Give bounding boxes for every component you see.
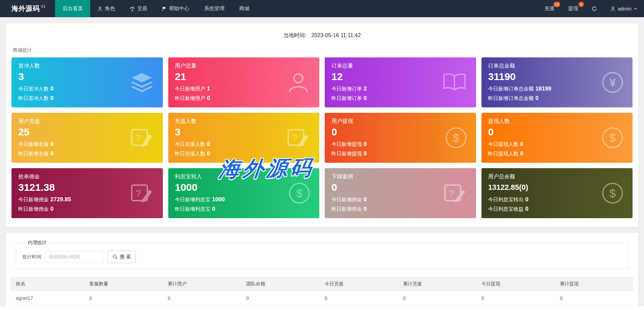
nav-item-help-center[interactable]: 帮助中心 [155, 0, 197, 17]
card-line: 昨日新增用户0 [175, 95, 313, 102]
card-title: 用户总量 [175, 62, 313, 70]
top-navbar: 海外源码V1 后台首页 角色 交易 帮助中心 系统管理 商城 [0, 0, 644, 17]
flag-icon [162, 6, 167, 11]
section-title-mall-stats: 商城统计 [13, 47, 638, 53]
nav-label: 商城 [239, 5, 249, 12]
user-icon [286, 71, 311, 94]
stat-time-label: 统计时间 [22, 254, 41, 260]
dollar-circle-icon: $ [601, 182, 624, 204]
withdraw-label: 提现 [568, 5, 578, 12]
refresh-icon [592, 6, 597, 11]
stat-card-withdraw-users: 提现人数 0 今日提现人数0 昨日提现人数0 $ [481, 113, 633, 163]
cell-name: agnet17 [11, 291, 84, 306]
dollar-circle-icon: $ [445, 127, 467, 149]
card-title: 订单总量 [331, 62, 469, 70]
stat-card-user-withdraw: 用户提现 0 今日新增提现0 昨日新增提现0 $ [325, 113, 476, 163]
stat-card-user-total-balance: 用户总余额 13122.85(0) 今日利息宝转出0 今日利息宝收益0 $ [481, 168, 633, 218]
recharge-button[interactable]: 充值 13 [538, 0, 561, 17]
svg-text:$: $ [610, 131, 616, 144]
card-title: 抢单佣金 [18, 173, 156, 180]
nav-item-trade[interactable]: 交易 [122, 0, 155, 17]
card-line: 昨日充值人数0 [175, 150, 313, 157]
cell-total-recharge: 0 [398, 291, 476, 306]
chevron-up-icon [634, 7, 637, 10]
cell-today-recharge: 0 [320, 291, 398, 306]
svg-text:?: ? [135, 133, 141, 143]
card-title: 利息宝转入 [175, 173, 313, 180]
withdraw-button[interactable]: 提现 0 [561, 0, 585, 17]
stat-card-grab-order-commission: 抢单佣金 3121.38 今日新增佣金2729.85 昨日新增佣金0 ? [11, 168, 163, 218]
svg-text:$: $ [296, 187, 303, 200]
nav-item-dashboard[interactable]: 后台首页 [55, 0, 90, 17]
col-name: 姓名 [11, 277, 84, 291]
svg-text:?: ? [135, 188, 141, 199]
svg-text:$: $ [453, 131, 459, 144]
local-time-label: 当地时间: [283, 32, 306, 38]
brand-logo[interactable]: 海外源码V1 [0, 0, 55, 17]
card-title: 充值人数 [175, 118, 313, 125]
stat-time-input[interactable] [45, 251, 103, 263]
dollar-circle-icon: $ [601, 127, 624, 149]
withdraw-badge: 0 [578, 2, 584, 7]
agent-table: 姓名 客服数量 累计用户 团队余额 今日充值 累计充值 今日提现 累计提现 ag… [11, 277, 633, 306]
card-line: 昨日新增佣金0 [18, 206, 156, 212]
username-text: admin [618, 6, 631, 11]
yen-circle-icon: ¥ [601, 71, 624, 94]
card-line: 今日利息宝收益0 [488, 206, 626, 212]
card-line: 昨日新增利息宝0 [175, 206, 313, 212]
card-line: 昨日新增佣金0 [331, 206, 469, 212]
svg-text:¥: ¥ [610, 76, 616, 89]
card-title: 首冲人数 [18, 62, 156, 70]
search-button[interactable]: 搜 索 [107, 251, 136, 263]
nav-label: 系统管理 [204, 5, 224, 12]
refresh-button[interactable] [585, 0, 604, 17]
card-line: 昨日新增订单总金额0 [488, 95, 626, 102]
navbar-right: 充值 13 提现 0 admin [538, 0, 644, 17]
card-line: 昨日新增充值0 [18, 150, 156, 157]
col-today-withdraw: 今日提现 [476, 277, 555, 291]
layers-icon [130, 72, 154, 93]
svg-text:?: ? [449, 188, 454, 199]
book-icon [442, 72, 467, 93]
scales-icon [130, 6, 135, 11]
table-header-row: 姓名 客服数量 累计用户 团队余额 今日充值 累计充值 今日提现 累计提现 [11, 277, 633, 291]
stat-card-interest-treasure-in: 利息宝转入 1000 今日新增利息宝1000 昨日新增利息宝0 $ [168, 168, 320, 218]
agent-stats-legend: 代理统计 [25, 240, 49, 246]
stat-card-first-charge-users: 首冲人数 3 今日首冲人数0 昨日首冲人数0 [11, 57, 163, 107]
col-total-withdraw: 累计提现 [555, 277, 633, 291]
edit-icon: ? [443, 181, 467, 205]
footer [0, 306, 644, 310]
search-icon [113, 254, 118, 259]
nav-item-system-settings[interactable]: 系统管理 [197, 0, 232, 17]
agent-stats-fieldset: 代理统计 统计时间 搜 索 [16, 240, 628, 269]
nav-item-mall[interactable]: 商城 [232, 0, 257, 17]
search-button-label: 搜 索 [120, 254, 131, 260]
person-icon [611, 6, 615, 11]
mall-stats-panel: 当地时间: 2023-05-16 11:11:42 商城统计 海外源码 首冲人数… [6, 23, 638, 227]
dollar-circle-icon: $ [288, 182, 311, 204]
card-title: 提现人数 [488, 118, 626, 125]
stat-card-total-users: 用户总量 21 今日新增用户1 昨日新增用户0 [168, 57, 320, 107]
card-title: 用户充值 [18, 118, 156, 125]
user-menu[interactable]: admin [604, 0, 644, 17]
nav-label: 后台首页 [63, 5, 83, 12]
cell-service-count: 0 [84, 291, 163, 306]
recharge-label: 充值 [544, 5, 554, 12]
card-line: 昨日新增订单0 [331, 95, 469, 102]
card-line: 昨日首冲人数0 [18, 95, 156, 102]
nav-item-roles[interactable]: 角色 [90, 0, 122, 17]
stat-card-recharge-users: 充值人数 3 今日充值人数0 昨日充值人数0 ? [168, 113, 320, 163]
edit-icon: ? [130, 126, 154, 150]
stat-card-total-orders: 订单总量 12 今日新增订单2 昨日新增订单0 [325, 57, 476, 107]
brand-version: V1 [41, 5, 46, 8]
local-time-value: 2023-05-16 11:11:42 [311, 32, 361, 38]
recharge-badge: 13 [553, 2, 560, 7]
card-title: 用户总余额 [488, 173, 626, 180]
brand-text: 海外源码 [11, 4, 40, 13]
card-line: 昨日提现人数0 [488, 150, 626, 157]
cell-today-withdraw: 0 [476, 291, 555, 306]
card-title: 订单总金额 [488, 62, 626, 70]
card-line: 昨日新增提现0 [331, 150, 469, 157]
stat-card-downline-rebate: 下级返佣 0 今日新增佣金0 昨日新增佣金0 ? [325, 168, 476, 218]
edit-icon: ? [286, 126, 311, 150]
